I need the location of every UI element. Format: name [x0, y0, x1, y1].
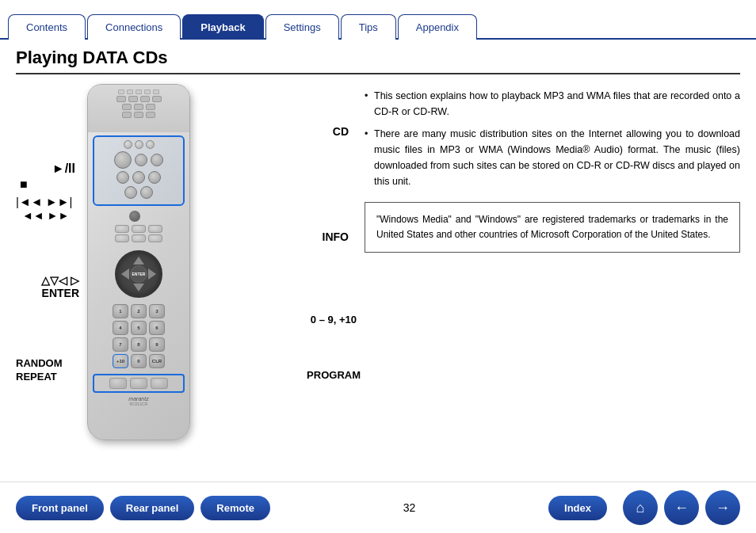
tiny-btn-5	[153, 89, 159, 94]
index-button[interactable]: Index	[548, 496, 607, 520]
num-6[interactable]: 6	[149, 321, 165, 335]
home-icon: ⌂	[636, 500, 645, 516]
tab-contents[interactable]: Contents	[8, 14, 86, 40]
skip-btn-5[interactable]	[140, 186, 153, 199]
dpad-right	[148, 268, 156, 280]
right-content: This section explains how to playback MP…	[365, 84, 740, 482]
skip-btn-3[interactable]	[148, 171, 161, 184]
bottom-nav: Front panel Rear panel Remote 32 Index ⌂…	[0, 482, 756, 533]
tab-appendix[interactable]: Appendix	[398, 14, 477, 40]
small-btn-5	[122, 104, 132, 110]
info-bullet-2: There are many music distribution sites …	[365, 126, 740, 189]
notice-text: "Windows Media" and "Windows" are regist…	[376, 214, 728, 240]
enter-label: ENTER	[132, 272, 146, 276]
dpad-up	[133, 257, 144, 265]
cd-btn-right[interactable]	[151, 154, 163, 166]
remote-top-section	[88, 85, 189, 132]
mid-btn-5	[132, 234, 146, 242]
small-btn-10	[146, 112, 155, 118]
label-nums: 0 – 9, +10	[311, 314, 357, 326]
small-btn-6	[134, 104, 143, 110]
mid-btn-1	[115, 225, 129, 233]
small-btn-3	[140, 96, 150, 102]
label-skip-fwd: |◄◄ ►►|	[16, 195, 72, 208]
label-program: PROGRAM	[307, 369, 361, 381]
program-btn[interactable]	[151, 378, 168, 389]
label-enter: △▽◁ ▷ENTER	[16, 274, 79, 299]
tiny-btn-2	[127, 89, 133, 94]
dpad-section: ENTER	[88, 250, 189, 298]
remote-diagram: ►/II ■ |◄◄ ►►| ◄◄ ►► △▽◁ ▷ENTER RANDOMRE…	[16, 84, 349, 482]
random-btn[interactable]	[109, 378, 127, 389]
mid-btn-6	[148, 234, 162, 242]
main-content: Playing DATA CDs ►/II ■ |◄◄ ►►| ◄◄ ►► △▽…	[0, 40, 756, 482]
repeat-btn[interactable]	[130, 378, 147, 389]
forward-icon: →	[716, 500, 730, 516]
label-random-repeat: RANDOMREPEAT	[16, 357, 79, 384]
tab-settings[interactable]: Settings	[265, 14, 339, 40]
nav-icon-group: ⌂ ← →	[623, 490, 740, 525]
num-0[interactable]: 0	[131, 354, 147, 368]
label-play-pause: ►/II	[16, 162, 75, 176]
tiny-btn-4	[144, 89, 151, 94]
label-info: INFO	[323, 230, 349, 243]
mid-btn-4	[115, 234, 129, 242]
rear-panel-button[interactable]: Rear panel	[110, 496, 194, 520]
forward-button[interactable]: →	[705, 490, 740, 525]
numpad: 1 2 3 4 5 6 7 8 9	[88, 303, 189, 372]
num-clear[interactable]: CLR	[149, 354, 165, 368]
skip-btn-4[interactable]	[124, 186, 137, 199]
remote-model: RC011CR	[88, 402, 189, 406]
num-9[interactable]: 9	[149, 337, 165, 352]
cd-btn-3	[146, 140, 155, 149]
tiny-btn-3	[136, 89, 142, 94]
label-stop: ■	[20, 177, 28, 192]
front-panel-button[interactable]: Front panel	[16, 496, 104, 520]
dpad-left	[121, 268, 129, 280]
num-1[interactable]: 1	[113, 304, 128, 318]
num-5[interactable]: 5	[131, 321, 147, 335]
dpad-down	[133, 284, 144, 291]
tab-tips[interactable]: Tips	[341, 14, 396, 40]
program-section	[93, 374, 185, 393]
page-number: 32	[270, 501, 548, 514]
page-title: Playing DATA CDs	[16, 48, 740, 74]
nav-btn-group-left: Front panel Rear panel Remote	[16, 496, 270, 520]
cd-btn-2	[135, 140, 143, 149]
dpad[interactable]: ENTER	[115, 250, 162, 298]
back-button[interactable]: ←	[664, 490, 699, 525]
remote-button[interactable]: Remote	[200, 496, 270, 520]
num-4[interactable]: 4	[113, 321, 128, 335]
cd-section	[93, 135, 185, 206]
cd-btn-1	[124, 140, 132, 149]
num-3[interactable]: 3	[149, 304, 165, 318]
small-btn-9	[134, 112, 143, 118]
remote-control: ENTER 1 2 3 4 5 6	[87, 84, 190, 440]
small-btn-7	[146, 104, 155, 110]
small-btn-4	[152, 96, 162, 102]
home-button[interactable]: ⌂	[623, 490, 658, 525]
back-icon: ←	[674, 500, 689, 516]
info-text-block: This section explains how to playback MP…	[365, 88, 740, 189]
tiny-btn-1	[118, 89, 124, 94]
num-plus10[interactable]: +10	[113, 354, 128, 368]
tab-connections[interactable]: Connections	[87, 14, 181, 40]
num-2[interactable]: 2	[131, 304, 147, 318]
tab-playback[interactable]: Playback	[182, 14, 263, 40]
num-7[interactable]: 7	[113, 337, 128, 352]
remote-body: ENTER 1 2 3 4 5 6	[87, 84, 190, 440]
skip-btn-1[interactable]	[116, 171, 129, 184]
small-btn-8	[122, 112, 132, 118]
small-btn-1	[116, 96, 126, 102]
notice-box: "Windows Media" and "Windows" are regist…	[365, 202, 740, 253]
nav-tabs: Contents Connections Playback Settings T…	[0, 0, 756, 40]
cd-btn-center[interactable]	[135, 154, 147, 166]
small-btn-2	[128, 96, 138, 102]
info-bullet-1: This section explains how to playback MP…	[365, 88, 740, 120]
num-8[interactable]: 8	[131, 337, 147, 352]
play-pause-btn[interactable]	[114, 151, 132, 169]
skip-btn-2[interactable]	[132, 171, 145, 184]
content-layout: ►/II ■ |◄◄ ►►| ◄◄ ►► △▽◁ ▷ENTER RANDOMRE…	[16, 84, 740, 482]
info-button[interactable]	[129, 211, 140, 222]
mid-btn-2	[132, 225, 146, 233]
